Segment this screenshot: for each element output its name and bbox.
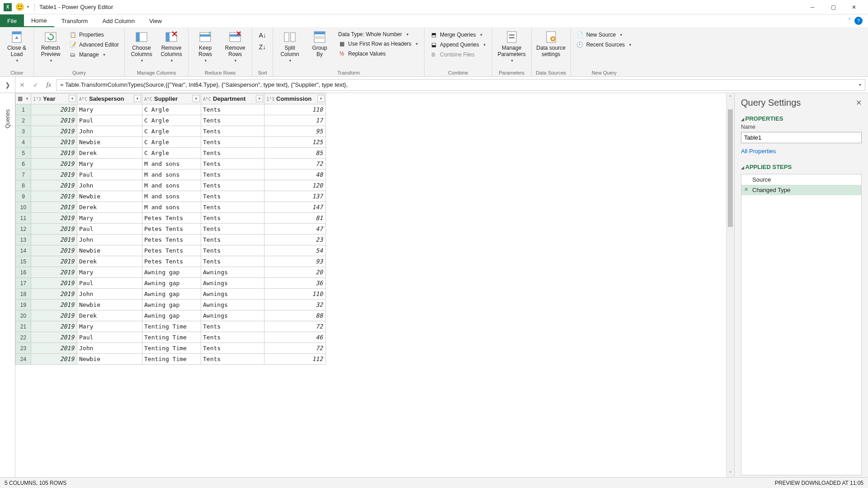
cell-year[interactable]: 2019 <box>31 354 77 365</box>
cell-commission[interactable]: 81 <box>264 213 326 224</box>
cell-year[interactable]: 2019 <box>31 300 77 310</box>
cell-salesperson[interactable]: Paul <box>77 224 142 235</box>
close-window-button[interactable]: ✕ <box>844 0 864 14</box>
tab-file[interactable]: File <box>0 14 24 27</box>
table-row[interactable]: 132019JohnPetes TentsTents23 <box>16 235 326 245</box>
table-row[interactable]: 222019PaulTenting TimeTents46 <box>16 332 326 343</box>
scroll-down-icon[interactable]: ˅ <box>726 469 734 477</box>
remove-columns-button[interactable]: Remove Columns▼ <box>158 29 184 63</box>
cell-commission[interactable]: 120 <box>264 180 326 191</box>
cell-salesperson[interactable]: Newbie <box>77 245 142 256</box>
cell-department[interactable]: Awnings <box>201 289 264 300</box>
scroll-thumb[interactable] <box>728 109 733 227</box>
table-row[interactable]: 82019JohnM and sonsTents120 <box>16 180 326 191</box>
refresh-preview-button[interactable]: Refresh Preview▼ <box>38 29 64 63</box>
cell-commission[interactable]: 32 <box>264 300 326 310</box>
cell-commission[interactable]: 125 <box>264 137 326 148</box>
cell-year[interactable]: 2019 <box>31 343 77 354</box>
smiley-icon[interactable]: 🙂 <box>15 3 24 11</box>
row-number[interactable]: 19 <box>16 300 31 310</box>
cell-department[interactable]: Tents <box>201 256 264 267</box>
cell-department[interactable]: Tents <box>201 180 264 191</box>
table-row[interactable]: 192019NewbieAwning gapAwnings32 <box>16 300 326 310</box>
expand-queries-button[interactable]: ❯ <box>0 77 15 93</box>
sort-desc-button[interactable]: Z↓ <box>259 43 266 51</box>
table-row[interactable]: 52019DerekC ArgleTents85 <box>16 148 326 159</box>
cell-year[interactable]: 2019 <box>31 245 77 256</box>
cell-supplier[interactable]: Awning gap <box>142 267 201 278</box>
maximize-button[interactable]: ▢ <box>823 0 844 14</box>
table-row[interactable]: 22019PaulC ArgleTents17 <box>16 115 326 126</box>
cell-department[interactable]: Tents <box>201 137 264 148</box>
row-number[interactable]: 1 <box>16 104 31 115</box>
table-row[interactable]: 172019PaulAwning gapAwnings36 <box>16 278 326 289</box>
table-row[interactable]: 202019DerekAwning gapAwnings88 <box>16 310 326 321</box>
new-source-button[interactable]: 📄New Source▼ <box>575 31 634 39</box>
cell-department[interactable]: Tents <box>201 235 264 245</box>
keep-rows-button[interactable]: ✓ Keep Rows▼ <box>192 29 218 63</box>
cell-year[interactable]: 2019 <box>31 332 77 343</box>
cell-supplier[interactable]: Petes Tents <box>142 245 201 256</box>
qat-dropdown-icon[interactable]: ▼ <box>26 5 30 9</box>
advanced-editor-button[interactable]: 📝Advanced Editor <box>67 41 121 49</box>
col-header-salesperson[interactable]: AᴮCSalesperson▼ <box>77 94 142 104</box>
cell-salesperson[interactable]: Paul <box>77 278 142 289</box>
cell-department[interactable]: Tents <box>201 213 264 224</box>
row-number[interactable]: 23 <box>16 343 31 354</box>
formula-dropdown-icon[interactable]: ▾ <box>859 82 861 87</box>
group-by-button[interactable]: Group By <box>307 29 333 58</box>
cell-supplier[interactable]: Tenting Time <box>142 343 201 354</box>
cell-salesperson[interactable]: Newbie <box>77 191 142 202</box>
table-corner[interactable]: ▦▼ <box>16 94 31 104</box>
cell-salesperson[interactable]: Paul <box>77 115 142 126</box>
replace-values-button[interactable]: ½Replace Values <box>336 50 420 58</box>
cell-commission[interactable]: 147 <box>264 202 326 213</box>
cell-department[interactable]: Tents <box>201 202 264 213</box>
cell-supplier[interactable]: Petes Tents <box>142 224 201 235</box>
cell-commission[interactable]: 46 <box>264 332 326 343</box>
row-number[interactable]: 13 <box>16 235 31 245</box>
cell-year[interactable]: 2019 <box>31 191 77 202</box>
cell-year[interactable]: 2019 <box>31 213 77 224</box>
col-header-department[interactable]: AᴮCDepartment▼ <box>201 94 264 104</box>
cell-commission[interactable]: 20 <box>264 267 326 278</box>
cell-supplier[interactable]: Awning gap <box>142 300 201 310</box>
cell-supplier[interactable]: M and sons <box>142 180 201 191</box>
remove-rows-button[interactable]: Remove Rows▼ <box>222 29 248 63</box>
cell-commission[interactable]: 72 <box>264 159 326 169</box>
filter-supplier-icon[interactable]: ▼ <box>193 95 200 102</box>
row-number[interactable]: 11 <box>16 213 31 224</box>
cell-supplier[interactable]: M and sons <box>142 191 201 202</box>
cell-department[interactable]: Tents <box>201 191 264 202</box>
table-row[interactable]: 242019NewbieTenting TimeTents112 <box>16 354 326 365</box>
cell-salesperson[interactable]: John <box>77 289 142 300</box>
cell-year[interactable]: 2019 <box>31 126 77 137</box>
row-number[interactable]: 4 <box>16 137 31 148</box>
table-row[interactable]: 182019JohnAwning gapAwnings110 <box>16 289 326 300</box>
table-row[interactable]: 12019MaryC ArgleTents110 <box>16 104 326 115</box>
cell-department[interactable]: Awnings <box>201 267 264 278</box>
cell-commission[interactable]: 23 <box>264 235 326 245</box>
append-queries-button[interactable]: ⬓Append Queries▼ <box>428 41 488 49</box>
cell-commission[interactable]: 137 <box>264 191 326 202</box>
manage-button[interactable]: 🗂Manage▼ <box>67 51 121 59</box>
cell-commission[interactable]: 93 <box>264 256 326 267</box>
cell-year[interactable]: 2019 <box>31 148 77 159</box>
row-number[interactable]: 7 <box>16 169 31 180</box>
table-row[interactable]: 102019DerekM and sonsTents147 <box>16 202 326 213</box>
cell-supplier[interactable]: Awning gap <box>142 278 201 289</box>
all-properties-link[interactable]: All Properties <box>741 148 862 155</box>
cell-salesperson[interactable]: Mary <box>77 321 142 332</box>
step-source[interactable]: Source <box>741 174 861 185</box>
cell-supplier[interactable]: C Argle <box>142 137 201 148</box>
col-header-commission[interactable]: 1²3Commission▼ <box>264 94 326 104</box>
cell-commission[interactable]: 47 <box>264 224 326 235</box>
cell-department[interactable]: Tents <box>201 321 264 332</box>
cell-commission[interactable]: 17 <box>264 115 326 126</box>
col-header-year[interactable]: 1²3Year▼ <box>31 94 77 104</box>
cell-salesperson[interactable]: Newbie <box>77 300 142 310</box>
close-load-button[interactable]: Close & Load▼ <box>4 29 30 63</box>
cell-supplier[interactable]: Tenting Time <box>142 354 201 365</box>
cell-supplier[interactable]: C Argle <box>142 126 201 137</box>
cell-commission[interactable]: 36 <box>264 278 326 289</box>
